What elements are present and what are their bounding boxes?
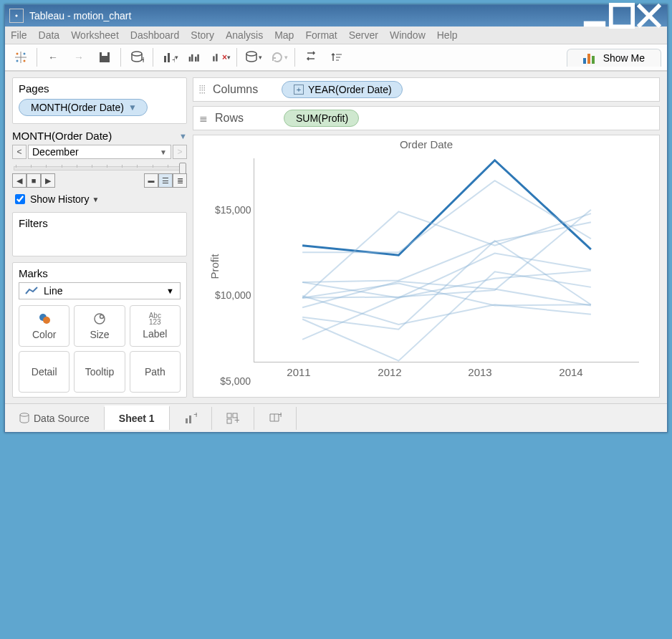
duplicate-sheet-button[interactable] (185, 47, 205, 67)
page-slider[interactable] (14, 166, 186, 170)
menu-map[interactable]: Map (274, 29, 294, 41)
marks-card: Marks Line ▼ Color Size (12, 262, 187, 398)
menu-worksheet[interactable]: Worksheet (71, 29, 119, 41)
svg-rect-15 (168, 53, 170, 62)
forward-button[interactable]: → (69, 47, 89, 67)
page-slider-thumb[interactable] (179, 163, 186, 174)
columns-icon: ⦙⦙⦙ (199, 84, 206, 96)
svg-rect-28 (587, 54, 590, 64)
svg-point-34 (20, 413, 29, 415)
svg-rect-22 (216, 54, 217, 61)
close-button[interactable] (635, 8, 663, 24)
line-icon (25, 287, 38, 295)
play-forward-button[interactable]: ▶ (41, 173, 55, 188)
logo-icon[interactable] (11, 47, 31, 67)
save-button[interactable] (95, 47, 115, 67)
refresh-button[interactable]: ▾ (269, 47, 289, 67)
show-history-label: Show History (30, 193, 89, 205)
minimize-button[interactable] (581, 8, 608, 24)
mark-type-dropdown[interactable]: Line ▼ (19, 282, 181, 299)
new-story-icon: + (269, 413, 282, 424)
speed-med-button[interactable]: ☰ (158, 173, 173, 188)
show-history-input[interactable] (15, 194, 25, 204)
show-history-checkbox[interactable]: Show History ▼ (12, 192, 187, 206)
svg-point-33 (100, 315, 103, 319)
svg-rect-19 (195, 57, 197, 62)
svg-rect-11 (102, 52, 107, 56)
menu-window[interactable]: Window (390, 29, 426, 41)
side-panels: Pages MONTH(Order Date) ▼ MONTH(Order Da… (5, 72, 193, 403)
label-icon: Abc123 (149, 312, 161, 325)
svg-rect-18 (191, 54, 193, 62)
mark-size-button[interactable]: Size (74, 305, 125, 347)
speed-slow-button[interactable]: ▬ (144, 173, 158, 188)
delete-sheet-button[interactable]: ×▾ (211, 47, 231, 67)
svg-point-7 (24, 53, 26, 55)
speed-fast-button[interactable]: ≣ (173, 173, 187, 188)
show-me-button[interactable]: Show Me (567, 49, 661, 67)
back-button[interactable]: ← (43, 47, 63, 67)
filters-card: Filters (12, 212, 187, 256)
svg-rect-17 (189, 57, 191, 62)
menu-format[interactable]: Format (305, 29, 337, 41)
swap-button[interactable] (301, 47, 321, 67)
menu-server[interactable]: Server (349, 29, 378, 41)
tab-sheet-1[interactable]: Sheet 1 (105, 405, 170, 430)
menu-data[interactable]: Data (39, 29, 60, 41)
svg-rect-27 (583, 58, 586, 64)
play-back-button[interactable]: ◀ (12, 173, 27, 188)
rows-shelf-label: Rows (215, 112, 277, 125)
y-tick: $15,000 (215, 204, 251, 216)
mark-tooltip-button[interactable]: Tooltip (74, 351, 125, 393)
new-worksheet-button[interactable]: +▾ (159, 47, 179, 67)
pages-pill-label: MONTH(Order Date) (31, 102, 124, 113)
x-tick: 2014 (559, 366, 582, 378)
new-dashboard-tab[interactable]: + (212, 407, 254, 430)
line-chart (254, 158, 639, 362)
page-value-dropdown[interactable]: December ▼ (28, 145, 171, 159)
pages-pill[interactable]: MONTH(Order Date) ▼ (19, 99, 148, 116)
chart-canvas: Order Date Profit $15,000 $10,000 $5,000… (193, 135, 660, 398)
y-axis-label: Profit (208, 254, 221, 279)
new-datasource-button[interactable]: + (127, 47, 147, 67)
menu-file[interactable]: File (11, 29, 27, 41)
svg-rect-35 (186, 418, 188, 423)
svg-rect-40 (227, 419, 231, 423)
next-page-button[interactable]: > (173, 145, 187, 159)
mark-cell-label: Color (32, 329, 56, 340)
rows-pill-label: SUM(Profit) (296, 112, 348, 124)
mark-label-button[interactable]: Abc123 Label (130, 305, 181, 347)
columns-pill-label: YEAR(Order Date) (308, 84, 392, 95)
chevron-down-icon: ▼ (160, 148, 167, 156)
prev-page-button[interactable]: < (12, 145, 27, 159)
sort-asc-button[interactable] (327, 47, 347, 67)
new-dashboard-icon: + (226, 413, 239, 424)
svg-text:+: + (278, 413, 282, 420)
columns-shelf[interactable]: ⦙⦙⦙ Columns + YEAR(Order Date) (193, 77, 660, 102)
menu-analysis[interactable]: Analysis (226, 29, 263, 41)
stop-button[interactable]: ■ (27, 173, 41, 188)
svg-point-23 (246, 52, 256, 56)
rows-pill[interactable]: SUM(Profit) (284, 110, 359, 127)
columns-pill[interactable]: + YEAR(Order Date) (282, 81, 403, 98)
mark-path-button[interactable]: Path (130, 351, 181, 393)
new-worksheet-icon: + (184, 413, 197, 424)
svg-rect-20 (197, 54, 199, 62)
svg-text:+: + (234, 414, 239, 424)
rows-shelf[interactable]: ≣ Rows SUM(Profit) (193, 106, 660, 130)
mark-color-button[interactable]: Color (19, 305, 69, 347)
new-story-tab[interactable]: + (254, 407, 297, 430)
view-area: ⦙⦙⦙ Columns + YEAR(Order Date) ≣ Rows SU… (193, 72, 667, 403)
mark-detail-button[interactable]: Detail (19, 351, 69, 393)
maximize-button[interactable] (608, 8, 635, 24)
menu-help[interactable]: Help (437, 29, 458, 41)
menu-story[interactable]: Story (191, 29, 214, 41)
new-worksheet-tab[interactable]: + (170, 407, 212, 430)
chevron-down-icon[interactable]: ▼ (179, 132, 187, 140)
tab-data-source[interactable]: Data Source (5, 407, 105, 430)
menu-dashboard[interactable]: Dashboard (130, 29, 180, 41)
content-area: Pages MONTH(Order Date) ▼ MONTH(Order Da… (5, 71, 667, 403)
extract-button[interactable]: ▾ (243, 47, 263, 67)
mark-cell-label: Label (143, 328, 167, 340)
size-icon (92, 312, 107, 326)
